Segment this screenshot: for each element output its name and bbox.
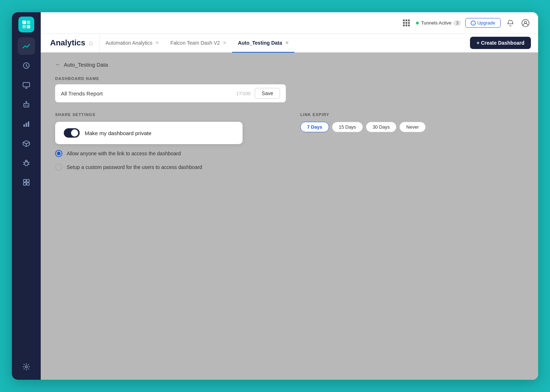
breadcrumb-back-arrow[interactable]: ← xyxy=(55,61,61,68)
sidebar-item-bot[interactable] xyxy=(18,96,35,113)
main-area: Tunnels Active 3 ↑ Upgrade xyxy=(41,12,538,380)
svg-rect-13 xyxy=(23,124,25,127)
sidebar-item-analytics[interactable] xyxy=(18,37,35,55)
tab-close-automation[interactable]: ✕ xyxy=(155,41,159,45)
tab-bar-right: + Create Dashboard xyxy=(470,34,538,52)
breadcrumb-label: Auto_Testing Data xyxy=(64,62,108,68)
svg-point-9 xyxy=(25,105,26,106)
tunnels-active-dot xyxy=(416,22,419,24)
dashboard-name-row: 17/100 Save xyxy=(55,84,286,102)
share-settings-col: SHARE SETTINGS Make my dashboard private… xyxy=(55,112,279,177)
svg-rect-27 xyxy=(23,183,26,185)
svg-line-22 xyxy=(28,162,30,163)
top-bar-right: Tunnels Active 3 ↑ Upgrade xyxy=(401,18,531,28)
sidebar-item-clock[interactable] xyxy=(18,57,35,74)
tunnels-count: 3 xyxy=(453,20,461,26)
sidebar-item-layers[interactable] xyxy=(18,174,35,191)
breadcrumb: ← Auto_Testing Data xyxy=(55,61,524,68)
sidebar-item-bug[interactable] xyxy=(18,154,35,172)
svg-rect-8 xyxy=(24,103,29,107)
tunnels-label: Tunnels Active xyxy=(421,20,451,26)
sidebar-item-chart[interactable] xyxy=(18,115,35,133)
svg-line-18 xyxy=(26,142,30,144)
tunnels-badge: Tunnels Active 3 xyxy=(416,20,461,26)
save-button[interactable]: Save xyxy=(255,88,280,99)
radio-custom-password-text: Setup a custom password for the users to… xyxy=(67,164,202,170)
page-title: Analytics ⌂ xyxy=(44,34,100,52)
tab-falcon-team[interactable]: Falcon Team Dash V2 ✕ xyxy=(165,34,232,53)
svg-line-21 xyxy=(23,162,25,163)
svg-rect-28 xyxy=(27,183,29,185)
expiry-7days[interactable]: 7 Days xyxy=(300,122,329,132)
svg-rect-2 xyxy=(22,25,26,28)
radio-allow-link-outer xyxy=(55,150,62,157)
private-toggle[interactable] xyxy=(64,128,80,138)
expiry-30days[interactable]: 30 Days xyxy=(366,122,397,132)
tab-auto-testing[interactable]: Auto_Testing Data ✕ xyxy=(232,34,294,53)
expiry-options: 7 Days 15 Days 30 Days Never xyxy=(300,122,524,132)
link-expiry-label: LINK EXPIRY xyxy=(300,112,524,117)
two-col-section: SHARE SETTINGS Make my dashboard private… xyxy=(55,112,524,177)
expiry-15days[interactable]: 15 Days xyxy=(332,122,363,132)
tab-automation-analytics[interactable]: Automation Analytics ✕ xyxy=(100,34,165,53)
content-inner: ← Auto_Testing Data DASHBOARD NAME 17/10… xyxy=(41,53,538,186)
svg-rect-15 xyxy=(28,121,29,127)
toggle-card: Make my dashboard private xyxy=(55,122,243,144)
sidebar-item-monitor[interactable] xyxy=(18,76,35,94)
svg-rect-26 xyxy=(27,179,29,182)
radio-allow-link-inner xyxy=(57,152,61,155)
dashboard-name-section-label: DASHBOARD NAME xyxy=(55,76,524,81)
sidebar-item-settings[interactable] xyxy=(18,358,35,375)
content-area: ← Auto_Testing Data DASHBOARD NAME 17/10… xyxy=(41,53,538,380)
svg-rect-25 xyxy=(23,179,26,182)
tab-close-auto-testing[interactable]: ✕ xyxy=(285,41,289,45)
svg-rect-0 xyxy=(22,21,26,24)
dashboard-name-input[interactable] xyxy=(61,90,232,97)
svg-rect-14 xyxy=(26,123,27,127)
upgrade-button[interactable]: ↑ Upgrade xyxy=(465,18,501,28)
tab-list: Automation Analytics ✕ Falcon Team Dash … xyxy=(100,34,470,52)
svg-rect-3 xyxy=(27,25,30,28)
notification-icon[interactable] xyxy=(505,18,516,28)
tab-bar: Analytics ⌂ Automation Analytics ✕ Falco… xyxy=(41,34,538,53)
home-icon[interactable]: ⌂ xyxy=(89,39,93,47)
user-avatar[interactable] xyxy=(520,18,531,28)
svg-text:↑: ↑ xyxy=(473,22,474,25)
radio-custom-password[interactable]: Setup a custom password for the users to… xyxy=(55,164,279,171)
svg-point-29 xyxy=(25,366,27,368)
svg-point-12 xyxy=(26,101,27,102)
toggle-label-text: Make my dashboard private xyxy=(85,130,151,136)
radio-allow-link-text: Allow anyone with the link to access the… xyxy=(67,151,181,156)
top-bar: Tunnels Active 3 ↑ Upgrade xyxy=(41,12,538,34)
sidebar xyxy=(12,12,41,380)
svg-rect-1 xyxy=(27,21,30,24)
link-expiry-col: LINK EXPIRY 7 Days 15 Days 30 Days Never xyxy=(300,112,524,177)
sidebar-item-cube[interactable] xyxy=(18,135,35,152)
grid-icon[interactable] xyxy=(401,18,412,28)
share-settings-label: SHARE SETTINGS xyxy=(55,112,279,117)
svg-line-17 xyxy=(23,142,26,144)
create-dashboard-button[interactable]: + Create Dashboard xyxy=(470,37,531,49)
radio-allow-link[interactable]: Allow anyone with the link to access the… xyxy=(55,150,279,157)
char-count: 17/100 xyxy=(236,91,250,96)
svg-rect-5 xyxy=(23,83,30,87)
tab-close-falcon[interactable]: ✕ xyxy=(223,41,226,45)
page-title-text: Analytics xyxy=(50,38,85,48)
radio-custom-password-outer xyxy=(55,164,62,171)
svg-point-33 xyxy=(524,21,527,23)
svg-point-10 xyxy=(27,105,28,106)
expiry-never[interactable]: Never xyxy=(399,122,426,132)
sidebar-logo[interactable] xyxy=(18,17,34,32)
upgrade-label: Upgrade xyxy=(477,20,495,26)
